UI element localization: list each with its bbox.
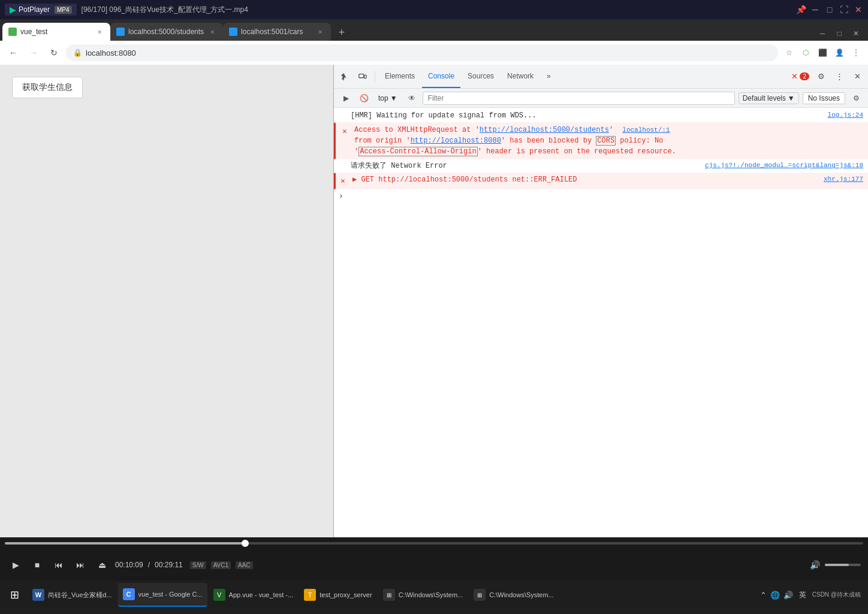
error-icon-cors: ✕	[342, 125, 352, 138]
extension-2-icon[interactable]: ⬛	[815, 46, 830, 60]
forward-button[interactable]: →	[25, 44, 42, 61]
tab-console[interactable]: Console	[422, 65, 460, 88]
progress-bar-row[interactable]	[0, 537, 868, 549]
volume-icon[interactable]: 🔊	[810, 560, 820, 570]
tray-up-arrow-icon[interactable]: ⌃	[760, 591, 767, 600]
player-current-time: 00:10:09	[115, 561, 143, 569]
taskbar-item-vscode[interactable]: V App.vue - vue_test -...	[209, 583, 299, 607]
play-button[interactable]: ▶	[7, 556, 24, 573]
devtools-panel: Elements Console Sources Network » ✕ 2 ⚙…	[333, 65, 868, 537]
cors-header-highlight: Access-Control-Allow-Origin	[358, 147, 477, 156]
console-settings-icon[interactable]: ⚙	[849, 91, 863, 105]
tray-language-label[interactable]: 英	[797, 589, 809, 601]
browser-actions: ☆ ⬡ ⬛ 👤 ⋮	[782, 46, 863, 60]
console-filter-input[interactable]	[423, 92, 735, 105]
devtools-more-icon[interactable]: ⋮	[831, 68, 848, 85]
minimize-button[interactable]: ─	[810, 5, 820, 14]
console-source-network-error[interactable]: cjs.js?!./node_modul…=script&lang=js&:18	[700, 161, 863, 171]
taskbar-item-chrome[interactable]: C vue_test - Google C...	[118, 583, 207, 607]
console-source-cors[interactable]: localhost/:1	[617, 126, 670, 134]
taskbar-label-cmd2: C:\Windows\System...	[489, 591, 554, 598]
console-line-network-error: 请求失败了 Network Error cjs.js?!./node_modul…	[334, 159, 868, 173]
bookmark-icon[interactable]: ☆	[782, 46, 796, 60]
address-bar[interactable]: 🔒 localhost:8080	[66, 44, 778, 61]
fullscreen-button[interactable]: ⛶	[839, 5, 849, 14]
taskbar-item-proxy[interactable]: T test_proxy_server	[299, 583, 376, 607]
console-line-get: ✕ ▶ GET http://localhost:5000/students n…	[334, 173, 868, 189]
svg-rect-0	[359, 74, 364, 77]
devtools-settings-icon[interactable]: ⚙	[813, 68, 830, 85]
tab-close-cars[interactable]: ✕	[315, 27, 325, 37]
reload-button[interactable]: ↻	[46, 44, 62, 61]
start-button[interactable]: ⊞	[2, 583, 26, 607]
close-button[interactable]: ✕	[854, 5, 863, 14]
no-issues-button[interactable]: No Issues	[803, 92, 845, 104]
tab-favicon-vue-test	[8, 28, 17, 36]
profile-icon[interactable]: 👤	[832, 46, 846, 60]
taskbar-label-word: 尚硅谷_Vue全家桶d...	[48, 591, 112, 600]
cors-link-students[interactable]: http://localhost:5000/students	[480, 126, 609, 134]
cmd2-icon: ⊞	[474, 589, 486, 601]
tab-close-students[interactable]: ✕	[207, 27, 217, 37]
new-tab-button[interactable]: +	[333, 24, 350, 41]
tab-vue-test[interactable]: vue_test ✕	[2, 23, 110, 41]
levels-chevron: ▼	[788, 94, 795, 102]
title-bar: ▶ PotPlayer MP4 [96/170] 096_尚硅谷Vue技术_配置…	[0, 0, 868, 19]
chrome-minimize[interactable]: ─	[815, 26, 830, 41]
device-toggle-icon[interactable]	[354, 68, 371, 85]
browser-chrome: vue_test ✕ localhost:5000/students ✕ loc…	[0, 19, 868, 65]
console-clear-icon[interactable]: 🚫	[357, 91, 371, 105]
back-button[interactable]: ←	[5, 44, 22, 61]
proxy-icon: T	[304, 589, 316, 601]
eject-button[interactable]: ⏏	[94, 556, 110, 573]
taskbar-item-word[interactable]: W 尚硅谷_Vue全家桶d...	[28, 583, 117, 607]
tab-students[interactable]: localhost:5000/students ✕	[110, 23, 223, 41]
chrome-restore[interactable]: □	[832, 26, 846, 41]
browser-page: 获取学生信息	[0, 65, 333, 537]
taskbar-item-cmd1[interactable]: ⊞ C:\Windows\System...	[378, 583, 468, 607]
taskbar-label-cmd1: C:\Windows\System...	[399, 591, 463, 598]
inspect-element-icon[interactable]	[336, 68, 353, 85]
console-context-dropdown[interactable]: top ▼	[375, 93, 401, 104]
tray-speaker-icon[interactable]: 🔊	[783, 591, 793, 600]
tab-label-students: localhost:5000/students	[128, 28, 204, 36]
word-icon: W	[32, 589, 44, 601]
devtools-close-icon[interactable]: ✕	[849, 68, 866, 85]
tray-network-icon[interactable]: 🌐	[770, 591, 780, 600]
tab-sources[interactable]: Sources	[462, 65, 500, 88]
console-run-icon[interactable]: ▶	[339, 91, 353, 105]
app-icon: ▶	[10, 5, 16, 14]
console-eye-icon[interactable]: 👁	[405, 91, 419, 105]
tab-network[interactable]: Network	[501, 65, 540, 88]
app-label: PotPlayer	[19, 5, 50, 14]
next-button[interactable]: ⏭	[72, 556, 89, 573]
progress-track[interactable]	[5, 542, 863, 545]
player-sw-badge: S/W	[190, 561, 206, 569]
tab-cars[interactable]: localhost:5001/cars ✕	[223, 23, 331, 41]
info-icon	[339, 110, 348, 111]
tab-close-vue-test[interactable]: ✕	[95, 27, 104, 37]
tab-favicon-cars	[229, 28, 237, 36]
toolbar-divider	[375, 71, 375, 83]
menu-icon[interactable]: ⋮	[849, 46, 863, 60]
get-students-button[interactable]: 获取学生信息	[12, 77, 83, 98]
app-name[interactable]: ▶ PotPlayer MP4	[5, 4, 77, 16]
console-msg-get: ▶ GET http://localhost:5000/students net…	[352, 174, 819, 185]
taskbar-item-cmd2[interactable]: ⊞ C:\Windows\System...	[469, 583, 559, 607]
prompt-chevron-icon: ›	[339, 192, 343, 201]
chrome-close[interactable]: ✕	[849, 26, 863, 41]
console-source-get[interactable]: xhr.js:177	[819, 174, 863, 184]
tab-elements[interactable]: Elements	[379, 65, 421, 88]
extension-1-icon[interactable]: ⬡	[798, 46, 813, 60]
console-prompt-line[interactable]: ›	[334, 189, 868, 203]
console-levels-dropdown[interactable]: Default levels ▼	[739, 92, 799, 104]
prev-button[interactable]: ⏮	[50, 556, 67, 573]
restore-button[interactable]: □	[825, 5, 834, 14]
tab-more[interactable]: »	[541, 65, 557, 88]
stop-button[interactable]: ■	[29, 556, 46, 573]
volume-bar[interactable]	[825, 564, 861, 566]
pin-button[interactable]: 📌	[796, 5, 806, 14]
devtools-toolbar: Elements Console Sources Network » ✕ 2 ⚙…	[334, 65, 868, 89]
cors-link-origin[interactable]: http://localhost:8080	[411, 137, 501, 145]
console-source-hmr[interactable]: log.js:24	[823, 110, 863, 120]
